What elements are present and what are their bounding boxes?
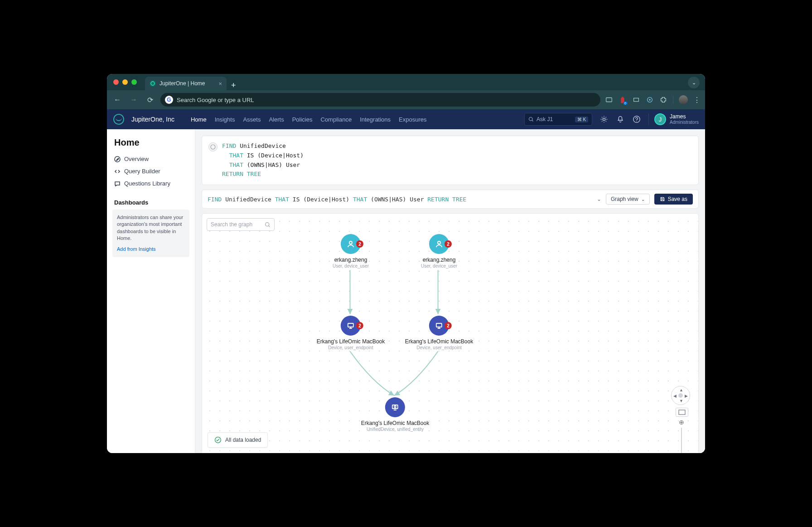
zoom-slider[interactable]: ⊕ <box>679 419 684 453</box>
svg-line-6 <box>532 120 533 121</box>
nav-policies[interactable]: Policies <box>292 116 313 123</box>
svg-rect-2 <box>634 98 639 101</box>
nav-home[interactable]: Home <box>191 116 207 123</box>
svg-line-12 <box>269 226 270 227</box>
sidebar-item-questions-library[interactable]: Questions Library <box>111 178 190 189</box>
node-badge: 2 <box>445 322 452 329</box>
window-controls[interactable] <box>113 79 137 85</box>
svg-point-8 <box>633 116 640 122</box>
pan-control[interactable]: ▲ ▼ ◀ ▶ <box>671 386 690 405</box>
collapse-icon[interactable]: ⌄ <box>597 196 601 202</box>
user-menu[interactable]: J James Administrators <box>648 113 699 125</box>
favicon-icon <box>150 80 156 87</box>
extension-icon[interactable] <box>646 96 654 104</box>
nav-assets[interactable]: Assets <box>243 116 261 123</box>
reload-button[interactable]: ⟳ <box>144 94 156 106</box>
nav-integrations[interactable]: Integrations <box>360 116 391 123</box>
close-tab-icon[interactable]: × <box>218 80 222 87</box>
svg-point-18 <box>394 406 396 408</box>
ask-shortcut: ⌘ K <box>575 117 588 122</box>
node-badge: 2 <box>445 240 452 248</box>
user-avatar: J <box>654 113 666 125</box>
graph-canvas[interactable]: Search the graph 2erkang.zhengUser, devi… <box>202 213 699 453</box>
svg-rect-1 <box>606 98 612 102</box>
query-text: FIND UnifiedDevice THAT IS (Device|Host)… <box>222 142 304 179</box>
ask-j1-input[interactable]: Ask J1 ⌘ K <box>524 113 592 126</box>
nav-compliance[interactable]: Compliance <box>320 116 352 123</box>
sidebar-item-query-builder[interactable]: Query Builder <box>111 166 190 177</box>
search-engine-icon: G <box>165 96 173 104</box>
graph-node[interactable]: 2Erkang's LifeOmic MacBookDevice, user_e… <box>405 316 473 350</box>
svg-point-13 <box>349 241 352 244</box>
svg-rect-16 <box>436 323 442 327</box>
tabs-dropdown-button[interactable]: ⌄ <box>688 77 700 88</box>
nav-insights[interactable]: Insights <box>215 116 235 123</box>
sidebar-section-title: Dashboards <box>114 199 188 206</box>
add-from-insights-link[interactable]: Add from Insights <box>117 246 185 253</box>
dashboards-info: Administrators can share your organizati… <box>112 210 189 257</box>
sidebar-item-overview[interactable]: Overview <box>111 153 190 165</box>
notifications-icon[interactable] <box>616 115 625 124</box>
back-button[interactable]: ← <box>111 94 123 106</box>
ask-placeholder: Ask J1 <box>536 116 553 122</box>
profile-avatar[interactable] <box>679 95 688 104</box>
view-mode-button[interactable]: Graph view ⌄ <box>606 194 650 205</box>
sidebar: Home OverviewQuery BuilderQuestions Libr… <box>107 129 195 453</box>
help-icon[interactable] <box>632 115 641 124</box>
user-role: Administrators <box>670 120 699 125</box>
graph-node[interactable]: 2erkang.zhengUser, device_user <box>333 234 369 268</box>
browser-menu-button[interactable]: ⋮ <box>693 96 701 104</box>
app-logo-icon[interactable] <box>113 114 124 125</box>
node-badge: 2 <box>356 322 363 329</box>
node-badge: 2 <box>356 240 363 248</box>
query-editor[interactable]: FIND UnifiedDevice THAT IS (Device|Host)… <box>202 136 699 185</box>
graph-search-input[interactable]: Search the graph <box>207 218 275 231</box>
new-tab-button[interactable]: + <box>227 81 241 90</box>
settings-icon[interactable] <box>599 115 609 124</box>
svg-point-0 <box>151 82 155 85</box>
app-header: JupiterOne, Inc HomeInsightsAssetsAlerts… <box>107 109 705 129</box>
graph-node[interactable]: 2erkang.zhengUser, device_user <box>421 234 457 268</box>
svg-point-5 <box>529 117 533 121</box>
load-status: All data loaded <box>208 432 268 448</box>
org-name[interactable]: JupiterOne, Inc <box>131 116 174 123</box>
graph-node[interactable]: 2Erkang's LifeOmic MacBookDevice, user_e… <box>317 316 385 350</box>
svg-point-11 <box>266 222 269 226</box>
svg-point-14 <box>438 241 440 244</box>
address-placeholder: Search Google or type a URL <box>177 97 254 103</box>
nav-exposures[interactable]: Exposures <box>399 116 426 123</box>
address-bar[interactable]: G Search Google or type a URL <box>160 93 600 107</box>
forward-button[interactable]: → <box>128 94 140 106</box>
zoom-in-icon[interactable]: ⊕ <box>679 419 684 426</box>
browser-tab[interactable]: JupiterOne | Home × <box>145 77 227 90</box>
svg-point-10 <box>211 145 215 149</box>
save-as-button[interactable]: Save as <box>654 194 693 205</box>
svg-rect-20 <box>679 410 685 415</box>
extension-icon[interactable] <box>605 96 613 104</box>
svg-point-7 <box>603 118 605 120</box>
extensions-menu-icon[interactable] <box>659 96 667 104</box>
fit-to-screen-button[interactable] <box>676 408 688 417</box>
nav-alerts[interactable]: Alerts <box>269 116 284 123</box>
page-title: Home <box>114 137 188 148</box>
result-query-text: FIND UnifiedDevice THAT IS (Device|Host)… <box>208 196 592 203</box>
graph-node[interactable]: Erkang's LifeOmic MacBookUnifiedDevice, … <box>361 397 429 432</box>
result-toolbar: FIND UnifiedDevice THAT IS (Device|Host)… <box>202 190 699 209</box>
tab-title: JupiterOne | Home <box>160 80 205 87</box>
extension-icon[interactable]: 0 <box>619 96 627 104</box>
svg-rect-15 <box>348 323 353 327</box>
svg-point-4 <box>649 99 651 101</box>
extension-icon[interactable] <box>632 96 640 104</box>
query-logo-icon <box>208 142 218 151</box>
user-name: James <box>670 114 699 120</box>
